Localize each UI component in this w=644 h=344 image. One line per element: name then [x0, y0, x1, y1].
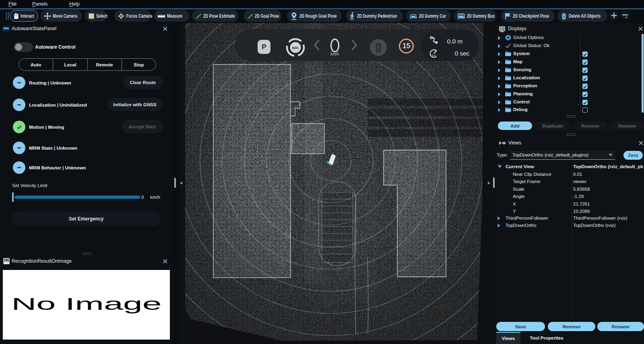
svg-text:N/A: N/A [292, 45, 299, 50]
